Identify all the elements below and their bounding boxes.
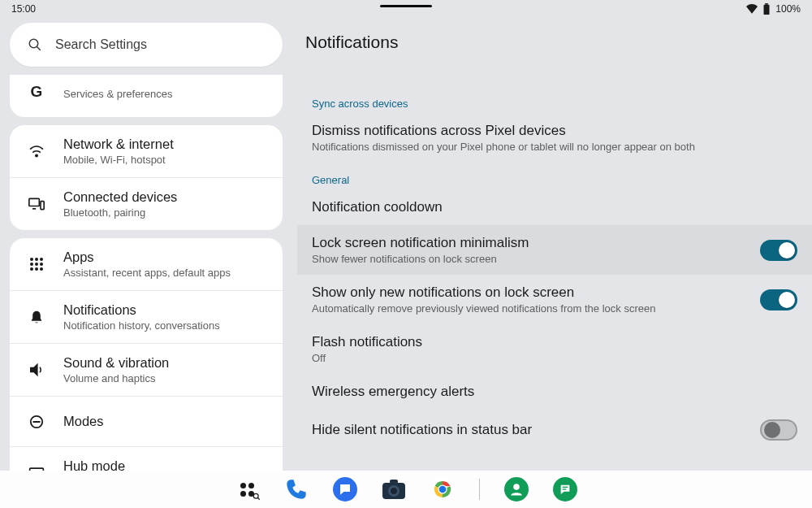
toggle-only-new-on-lockscreen[interactable]	[760, 289, 797, 310]
wifi-status-icon	[746, 4, 758, 14]
sidebar-item-sound[interactable]: Sound & vibrationVolume and haptics	[10, 343, 283, 396]
row-hide-silent-statusbar[interactable]: Hide silent notifications in status bar	[297, 410, 812, 450]
svg-point-21	[253, 493, 258, 498]
svg-point-14	[30, 267, 33, 271]
sidebar-item-subtitle: Volume and haptics	[63, 372, 169, 384]
sidebar-item-network[interactable]: Network & internetMobile, Wi-Fi, hotspot	[10, 125, 283, 177]
gesture-handle[interactable]	[380, 5, 432, 7]
row-only-new-on-lockscreen[interactable]: Show only new notifications on lock scre…	[297, 275, 812, 324]
svg-rect-0	[764, 5, 770, 15]
apps-icon	[28, 257, 45, 271]
bell-icon	[28, 310, 45, 324]
section-header-sync: Sync across devices	[297, 86, 812, 113]
row-subtitle: Off	[312, 352, 797, 364]
row-title: Flash notifications	[312, 334, 797, 350]
svg-rect-5	[29, 198, 40, 206]
row-title: Dismiss notifications across Pixel devic…	[312, 123, 797, 139]
row-subtitle: Automatically remove previously viewed n…	[312, 302, 749, 315]
row-flash-notifications[interactable]: Flash notifications Off	[297, 324, 812, 374]
sidebar-item-subtitle: Notification history, conversations	[63, 319, 220, 332]
status-bar: 15:00 100%	[0, 0, 812, 18]
sidebar-item-label: Network & internet	[63, 137, 174, 152]
dock-divider	[479, 479, 480, 500]
sidebar-item-apps[interactable]: AppsAssistant, recent apps, default apps	[10, 238, 283, 290]
search-input[interactable]: Search Settings	[10, 23, 283, 67]
row-dismiss-across-devices[interactable]: Dismiss notifications across Pixel devic…	[297, 113, 812, 163]
sidebar-item-subtitle: Mobile, Wi-Fi, hotspot	[63, 154, 174, 166]
sidebar-item-google[interactable]: G Google Services & preferences	[10, 75, 283, 117]
clock: 15:00	[11, 3, 36, 15]
svg-rect-1	[766, 3, 769, 5]
svg-point-11	[30, 263, 33, 266]
svg-point-15	[35, 267, 38, 271]
taskbar	[0, 471, 812, 508]
section-header-general: General	[297, 163, 812, 189]
svg-line-3	[37, 46, 41, 50]
sidebar-item-subtitle: Services & preferences	[63, 88, 172, 100]
svg-point-4	[36, 154, 37, 156]
camera-app-icon[interactable]	[382, 477, 406, 501]
row-title: Lock screen notification minimalism	[312, 235, 749, 251]
sidebar-item-label: Apps	[63, 250, 231, 265]
row-title: Notification cooldown	[312, 199, 797, 215]
search-placeholder: Search Settings	[55, 37, 147, 52]
svg-line-22	[257, 497, 260, 500]
messages-app-icon[interactable]	[333, 477, 357, 501]
contacts-app-icon[interactable]	[504, 477, 529, 501]
sidebar-item-notifications[interactable]: NotificationsNotification history, conve…	[10, 290, 283, 343]
svg-point-8	[30, 258, 33, 261]
row-title: Wireless emergency alerts	[312, 384, 797, 400]
sidebar-item-label: Google	[63, 75, 172, 76]
sidebar-item-label: Modes	[63, 414, 104, 429]
messages-green-app-icon[interactable]	[553, 477, 577, 501]
sidebar-item-label: Connected devices	[63, 189, 177, 205]
row-notification-cooldown[interactable]: Notification cooldown	[297, 189, 812, 225]
svg-point-2	[29, 39, 38, 48]
svg-point-25	[391, 488, 397, 494]
battery-percent: 100%	[775, 3, 801, 15]
sidebar-item-label: Sound & vibration	[63, 355, 169, 371]
chrome-app-icon[interactable]	[430, 477, 455, 501]
row-lockscreen-minimalism[interactable]: Lock screen notification minimalism Show…	[297, 225, 812, 275]
svg-point-29	[438, 486, 446, 493]
svg-rect-26	[390, 480, 398, 484]
page-title: Notifications	[297, 18, 812, 65]
modes-icon	[28, 415, 45, 429]
svg-point-13	[40, 263, 43, 266]
svg-point-10	[40, 258, 43, 261]
toggle-hide-silent-statusbar[interactable]	[760, 419, 797, 441]
settings-detail: Notifications Sensitive notifications Sh…	[292, 18, 812, 508]
sidebar-item-label: Notifications	[63, 302, 220, 318]
phone-app-icon[interactable]	[284, 477, 309, 501]
app-launcher-icon[interactable]	[235, 477, 260, 501]
svg-point-9	[35, 258, 38, 261]
sidebar-item-subtitle: Assistant, recent apps, default apps	[63, 267, 231, 279]
row-title: Show only new notifications on lock scre…	[312, 284, 749, 301]
google-icon: G	[28, 83, 45, 101]
battery-icon	[762, 3, 771, 15]
row-sensitive-notifications[interactable]: Sensitive notifications Show sensitive c…	[297, 65, 812, 74]
volume-icon	[28, 363, 45, 376]
row-subtitle: Notifications dismissed on your Pixel ph…	[312, 141, 797, 153]
devices-icon	[28, 198, 45, 211]
wifi-icon	[28, 145, 45, 158]
svg-point-16	[40, 267, 43, 271]
toggle-lockscreen-minimalism[interactable]	[760, 240, 797, 261]
row-title: Hide silent notifications in status bar	[312, 422, 749, 438]
sidebar-item-connected-devices[interactable]: Connected devicesBluetooth, pairing	[10, 177, 283, 230]
row-wireless-emergency-alerts[interactable]: Wireless emergency alerts	[297, 374, 812, 410]
row-subtitle: Show fewer notifications on lock screen	[312, 253, 749, 265]
svg-point-30	[513, 484, 520, 490]
sidebar-item-subtitle: Bluetooth, pairing	[63, 206, 177, 219]
sidebar-item-modes[interactable]: Modes	[10, 396, 283, 446]
settings-sidebar: Search Settings G Google Services & pref…	[0, 18, 292, 508]
search-icon	[28, 37, 42, 52]
svg-rect-6	[41, 202, 44, 210]
svg-point-12	[35, 263, 38, 266]
